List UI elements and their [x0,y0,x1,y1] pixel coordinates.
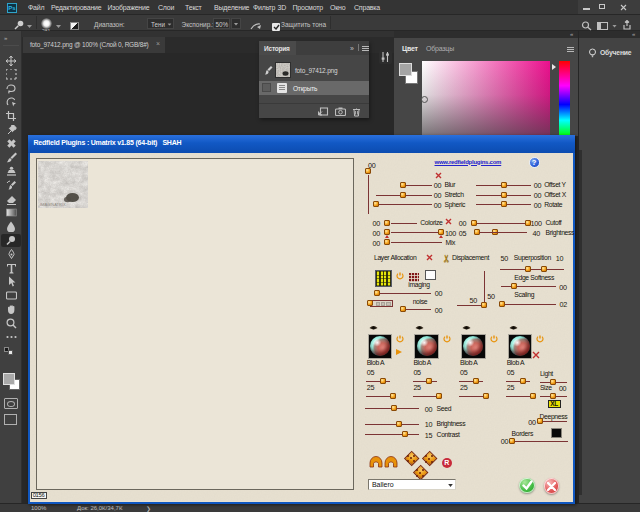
svg-text:IMAGINATRIX: IMAGINATRIX [40,202,66,207]
